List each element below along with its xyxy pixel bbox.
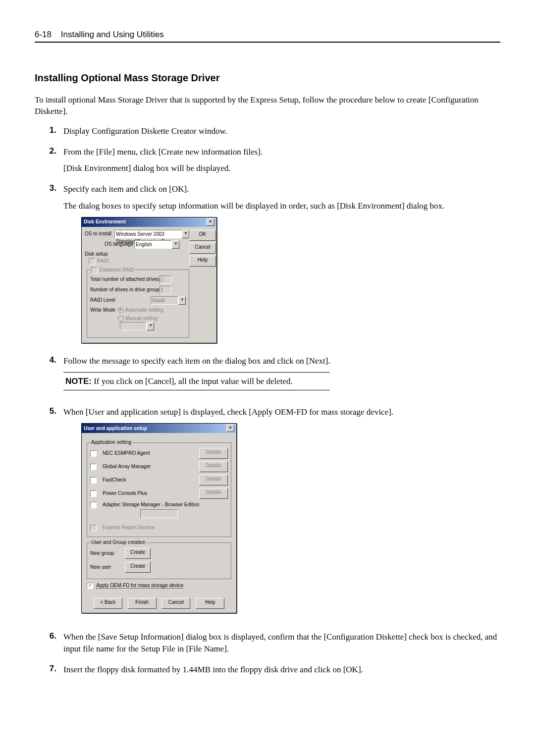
close-icon[interactable]: × [226,425,234,432]
page-number: 6-18 [35,30,52,39]
note-box: NOTE: If you click on [Cancel], all the … [63,372,330,391]
raid-level-label: RAID Level [90,297,120,304]
write-mode-manual-radio[interactable] [118,316,124,322]
step-text: From the [File] menu, click [Create new … [63,146,500,158]
chevron-down-icon[interactable]: ▾ [178,296,186,305]
step-number: 7. [35,664,63,674]
adaptec-checkbox[interactable] [90,502,97,508]
details-button[interactable]: Details [199,475,228,486]
raid-level-select[interactable]: Raid0 [151,296,178,305]
new-group-label: New group [90,550,120,557]
chevron-down-icon[interactable]: ▾ [147,322,154,330]
steps-list: 1. Display Configuration Diskette Creato… [35,125,500,681]
apply-oem-label: Apply OEM-FD for mass storage device [96,583,183,589]
dialog-titlebar: User and application setup × [82,424,236,433]
adaptec-input[interactable] [140,509,178,518]
express-report-checkbox[interactable] [90,525,97,531]
nec-esmpro-label: NEC ESMPRO Agent [103,450,195,457]
express-report-label: Express Report Service [103,524,228,531]
os-language-select[interactable]: English [134,240,172,249]
new-user-label: New user [90,564,120,571]
close-icon[interactable]: × [207,218,214,226]
dialog-title: Disk Environment [84,218,126,225]
step-text: Insert the floppy disk formatted by 1.44… [63,664,500,676]
application-setting-fieldset: Application setting NEC ESMPRO Agent Det… [87,439,231,537]
write-mode-manual-select[interactable] [120,322,147,330]
page-header: 6-18 Installing and Using Utilities [35,30,500,43]
step-3: 3. Specify each item and click on [OK]. … [35,183,500,351]
fastcheck-label: FastCheck [103,477,195,484]
step-4: 4. Follow the message to specify each it… [35,355,500,403]
fastcheck-checkbox[interactable] [90,477,97,484]
step-6: 6. When the [Save Setup Information] dia… [35,631,500,660]
help-button[interactable]: Help [189,256,216,267]
create-group-button[interactable]: Create [125,548,151,559]
apply-oem-checkbox[interactable]: ✓ [87,583,93,589]
chevron-down-icon[interactable]: ▾ [172,240,179,249]
finish-button[interactable]: Finish [128,598,157,609]
raid-checkbox[interactable] [89,258,95,265]
application-setting-legend: Application setting [90,439,132,446]
details-button[interactable]: Details [199,488,228,499]
back-button[interactable]: < Back [94,598,122,609]
step-number: 4. [35,355,63,365]
user-app-setup-dialog: User and application setup × Application… [81,423,237,613]
global-array-label: Global Array Manager [103,463,195,470]
step-1: 1. Display Configuration Diskette Creato… [35,125,500,142]
step-number: 2. [35,146,63,156]
cancel-button[interactable]: Cancel [161,598,190,609]
header-title: Installing and Using Utilities [61,30,164,39]
note-label: NOTE: [65,377,92,386]
details-button[interactable]: Details [199,461,228,472]
step-text: Display Configuration Diskette Creator w… [63,125,500,137]
existence-raid-label: Existence RAID [100,267,134,272]
disk-setup-label: Disk setup [85,251,189,258]
num-drives-group-input[interactable]: 1 [160,286,171,294]
intro-paragraph: To install optional Mass Storage Driver … [35,95,500,117]
help-button[interactable]: Help [196,598,224,609]
power-console-checkbox[interactable] [90,490,97,497]
step-number: 6. [35,631,63,641]
write-mode-label: Write Mode [90,307,118,314]
adaptec-label: Adaptec Storage Manager - Browser Editio… [103,501,228,508]
section-title: Installing Optional Mass Storage Driver [35,72,500,84]
ok-button[interactable]: OK [189,230,216,241]
step-text: Specify each item and click on [OK]. [63,183,500,195]
os-to-install-select[interactable]: Windows Server 2003 Standard/Enterprise … [114,230,182,238]
step-2: 2. From the [File] menu, click [Create n… [35,146,500,180]
write-mode-manual-label: Manual setting [125,316,158,321]
total-drives-input[interactable]: 1 [160,275,171,284]
step-text-extra: The dialog boxes to specify setup inform… [63,200,500,212]
step-text: Follow the message to specify each item … [63,355,500,367]
step-number: 1. [35,125,63,135]
step-number: 5. [35,406,63,416]
power-console-label: Power Console Plus [103,490,195,497]
dialog-title: User and application setup [84,425,147,432]
raid-label: RAID [97,258,109,264]
disk-environment-dialog: Disk Environment × OS to install Windows… [81,217,217,343]
os-to-install-label: OS to install [85,230,114,237]
write-mode-auto-radio[interactable] [118,307,124,313]
total-drives-label: Total number of attached drives [90,276,160,283]
details-button[interactable]: Details [199,448,228,459]
chevron-down-icon[interactable]: ▾ [182,230,189,238]
step-7: 7. Insert the floppy disk formatted by 1… [35,664,500,681]
user-group-legend: User and Group creation [90,539,147,546]
cancel-button[interactable]: Cancel [189,243,216,254]
num-drives-group-label: Number of drives in drive group [90,286,160,293]
user-group-fieldset: User and Group creation New group Create… [87,539,231,579]
nec-esmpro-checkbox[interactable] [90,450,97,457]
step-text: When [User and application setup] is dis… [63,406,500,418]
write-mode-auto-label: Automatic setting [125,307,163,313]
step-number: 3. [35,183,63,193]
step-text: When the [Save Setup Information] dialog… [63,631,500,655]
global-array-checkbox[interactable] [90,464,97,470]
os-language-label: OS language [105,241,134,248]
dialog-titlebar: Disk Environment × [82,217,216,227]
step-5: 5. When [User and application setup] is … [35,406,500,627]
existence-raid-checkbox[interactable] [91,267,98,273]
note-text: If you click on [Cancel], all the input … [92,377,293,386]
step-text-extra: [Disk Environment] dialog box will be di… [63,162,500,174]
existence-raid-fieldset: Existence RAID Total number of attached … [87,267,189,338]
create-user-button[interactable]: Create [125,562,151,573]
